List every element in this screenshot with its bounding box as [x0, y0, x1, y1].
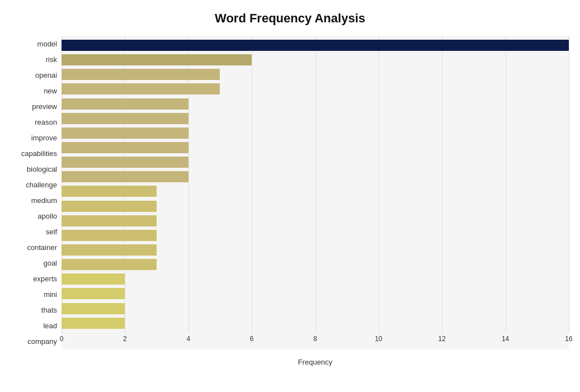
- y-label-medium: medium: [31, 193, 57, 207]
- bar-biological: [62, 157, 188, 168]
- bar-row-model: [62, 39, 569, 52]
- y-label-thats: thats: [41, 303, 57, 318]
- bar-row-apollo: [62, 200, 569, 213]
- x-tick-0: 0: [60, 335, 64, 343]
- bar-openai: [62, 69, 220, 80]
- bars-container: [62, 36, 569, 333]
- x-tick-14: 14: [502, 335, 509, 343]
- x-tick-8: 8: [313, 335, 317, 343]
- bar-reason: [62, 113, 188, 124]
- bar-thats: [62, 288, 125, 299]
- bar-experts: [62, 259, 157, 270]
- bar-row-container: [62, 229, 569, 242]
- x-tick-10: 10: [375, 335, 382, 343]
- bar-medium: [62, 186, 157, 197]
- y-label-goal: goal: [43, 256, 57, 271]
- bar-row-new: [62, 82, 569, 96]
- bar-goal: [62, 244, 157, 256]
- x-tick-16: 16: [565, 335, 572, 343]
- x-tick-4: 4: [186, 335, 190, 343]
- y-label-new: new: [44, 83, 57, 98]
- bar-risk: [62, 54, 252, 65]
- bar-row-capabilities: [62, 141, 569, 154]
- y-label-reason: reason: [35, 115, 57, 129]
- chart-title: Word Frequency Analysis: [11, 11, 569, 26]
- plot-area: Frequency 0246810121416: [62, 36, 569, 350]
- y-label-challenge: challenge: [26, 177, 57, 192]
- y-label-openai: openai: [35, 68, 57, 82]
- bar-row-challenge: [62, 170, 569, 183]
- y-label-capabilities: capabilities: [21, 146, 57, 160]
- bar-row-goal: [62, 243, 569, 257]
- y-label-mini: mini: [44, 287, 57, 302]
- bar-row-self: [62, 214, 569, 228]
- bar-mini: [62, 273, 125, 285]
- chart-area: modelriskopenainewpreviewreasonimproveca…: [11, 36, 569, 350]
- bar-row-medium: [62, 185, 569, 198]
- bar-company: [62, 318, 125, 329]
- bar-row-reason: [62, 112, 569, 125]
- bar-row-preview: [62, 97, 569, 111]
- chart-container: Word Frequency Analysis modelriskopenain…: [0, 0, 580, 392]
- y-label-model: model: [37, 36, 57, 51]
- y-label-self: self: [46, 225, 57, 239]
- bar-preview: [62, 98, 188, 110]
- bar-new: [62, 83, 220, 95]
- y-label-lead: lead: [43, 319, 57, 333]
- bar-improve: [62, 127, 188, 139]
- x-axis: Frequency 0246810121416: [62, 333, 569, 350]
- bar-capabilities: [62, 142, 188, 153]
- y-label-company: company: [27, 334, 57, 349]
- bar-row-mini: [62, 272, 569, 286]
- y-label-improve: improve: [31, 130, 57, 145]
- bar-row-risk: [62, 53, 569, 67]
- y-label-biological: biological: [27, 162, 57, 176]
- x-tick-2: 2: [123, 335, 127, 343]
- bar-apollo: [62, 201, 157, 212]
- y-label-apollo: apollo: [37, 209, 57, 224]
- y-label-preview: preview: [32, 99, 57, 114]
- bar-container: [62, 230, 157, 241]
- y-axis: modelriskopenainewpreviewreasonimproveca…: [11, 36, 62, 350]
- bar-row-lead: [62, 302, 569, 315]
- bar-model: [62, 40, 569, 51]
- y-label-experts: experts: [33, 272, 57, 286]
- bar-row-company: [62, 317, 569, 330]
- bar-challenge: [62, 171, 188, 182]
- bar-row-openai: [62, 68, 569, 81]
- bar-row-improve: [62, 126, 569, 140]
- y-label-risk: risk: [46, 52, 57, 67]
- bar-self: [62, 215, 157, 226]
- grid-line-16: [569, 36, 569, 333]
- x-tick-12: 12: [438, 335, 446, 343]
- x-axis-label: Frequency: [298, 358, 332, 366]
- bar-row-biological: [62, 155, 569, 169]
- bar-row-experts: [62, 258, 569, 271]
- y-label-container: container: [27, 240, 57, 255]
- bar-lead: [62, 303, 125, 314]
- bar-row-thats: [62, 287, 569, 300]
- x-tick-6: 6: [250, 335, 254, 343]
